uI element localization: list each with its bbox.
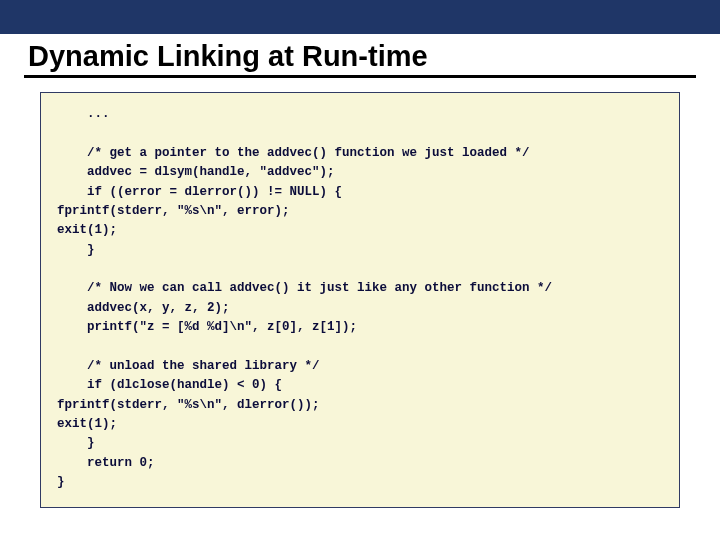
header-bar — [0, 0, 720, 34]
title-underline — [24, 75, 696, 78]
code-listing: ... /* get a pointer to the addvec() fun… — [40, 92, 680, 508]
page-title: Dynamic Linking at Run-time — [28, 40, 720, 73]
